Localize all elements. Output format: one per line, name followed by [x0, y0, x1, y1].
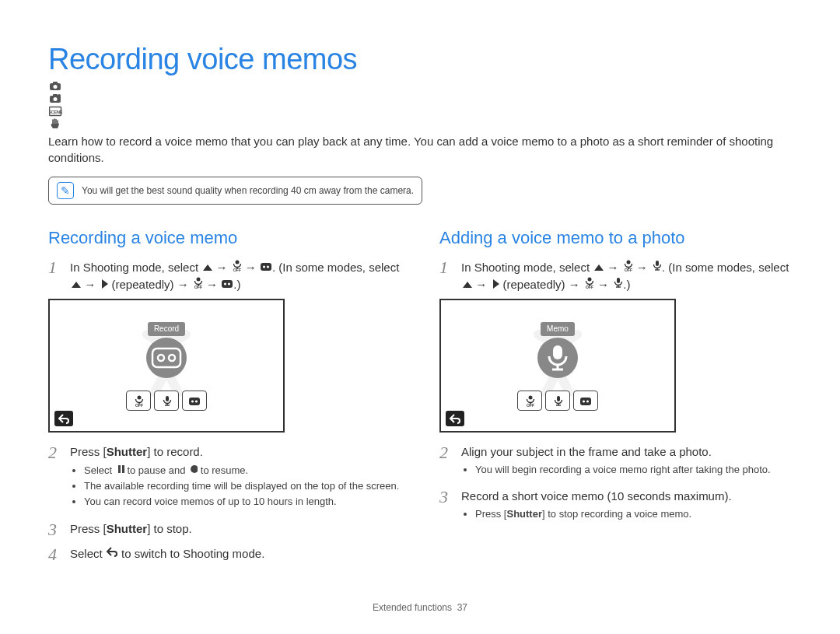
step-body: In Shooting mode, select → → . (In some …: [70, 258, 401, 292]
option-mic-off[interactable]: [517, 391, 542, 411]
option-mic-off[interactable]: [126, 391, 151, 411]
mic-icon: [612, 276, 623, 289]
step-body: Press [Shutter] to stop.: [70, 520, 401, 539]
right-icon: [490, 278, 499, 289]
step-4: 4 Select to switch to Shooting mode.: [48, 545, 401, 564]
step-2: 2 Press [Shutter] to record. Select to p…: [48, 443, 401, 514]
step-3: 3 Press [Shutter] to stop.: [48, 520, 401, 539]
step-bullets: Press [Shutter] to stop recording a voic…: [461, 507, 792, 521]
hand-icon: [49, 117, 61, 130]
step-number: 3: [48, 520, 62, 539]
step-body: In Shooting mode, select → → . (In some …: [461, 258, 792, 292]
page-title: Recording voice memos: [48, 39, 792, 130]
option-row: [126, 391, 207, 411]
step-1: 1 In Shooting mode, select → → . (In som…: [439, 258, 792, 292]
back-button[interactable]: [54, 411, 73, 426]
scene-icon: [49, 105, 63, 117]
step-number: 1: [439, 258, 453, 292]
section-recording: Recording a voice memo 1 In Shooting mod…: [48, 226, 401, 570]
up-icon: [201, 262, 212, 271]
mic-off-icon: [583, 275, 594, 289]
up-icon: [593, 262, 604, 271]
tape-icon: [221, 278, 233, 289]
camera-timer-icon: [49, 93, 61, 105]
step-bullets: You will begin recording a voice memo ri…: [461, 463, 792, 477]
step-number: 2: [48, 443, 62, 514]
footer-section: Extended functions: [373, 602, 452, 613]
record-icon: [188, 463, 198, 474]
page-intro: Learn how to record a voice memo that yo…: [48, 133, 792, 166]
step-body: Record a short voice memo (10 seconds ma…: [461, 488, 792, 526]
step-body: Select to switch to Shooting mode.: [70, 545, 401, 564]
back-icon: [106, 545, 118, 558]
option-tape[interactable]: [573, 391, 598, 411]
option-tape[interactable]: [182, 391, 207, 411]
up-icon: [461, 279, 472, 289]
mic-icon: [651, 259, 662, 271]
step-body: Align your subject in the frame and take…: [461, 443, 792, 482]
step-1: 1 In Shooting mode, select → → . (In som…: [48, 258, 401, 292]
step-body: Press [Shutter] to record. Select to pau…: [70, 443, 401, 514]
badge-label: Memo: [541, 322, 575, 336]
back-icon: [58, 412, 70, 425]
note-icon: ✎: [57, 182, 74, 199]
section-adding: Adding a voice memo to a photo 1 In Shoo…: [439, 226, 792, 570]
step-2: 2 Align your subject in the frame and ta…: [439, 443, 792, 482]
tape-icon: [260, 261, 272, 271]
mic-off-icon: [192, 275, 203, 289]
section-heading-right: Adding a voice memo to a photo: [439, 226, 792, 250]
center-badge: Memo: [537, 322, 578, 378]
center-badge: Record: [146, 322, 187, 378]
mic-off-icon: [622, 258, 633, 271]
mode-icons: [48, 80, 792, 130]
step-number: 1: [48, 258, 62, 292]
lcd-preview-record: Record: [48, 299, 285, 433]
right-icon: [99, 278, 108, 289]
step-number: 2: [439, 443, 453, 482]
badge-label: Record: [148, 322, 185, 336]
page-title-text: Recording voice memos: [48, 43, 357, 75]
camera-icon: [49, 80, 61, 93]
step-3: 3 Record a short voice memo (10 seconds …: [439, 488, 792, 526]
option-row: [517, 391, 598, 411]
tip-box: ✎ You will get the best sound quality wh…: [48, 177, 422, 205]
step-bullets: Select to pause and to resume. The avail…: [70, 463, 401, 510]
mic-badge-icon: [537, 338, 578, 378]
footer-page-number: 37: [457, 602, 467, 613]
tip-text: You will get the best sound quality when…: [82, 184, 414, 198]
option-mic[interactable]: [154, 391, 179, 411]
page-footer: Extended functions 37: [48, 601, 792, 615]
step-number: 4: [48, 545, 62, 564]
mic-off-icon: [231, 258, 242, 271]
pause-icon: [115, 463, 124, 474]
step-number: 3: [439, 488, 453, 526]
option-mic[interactable]: [545, 391, 570, 411]
back-button[interactable]: [446, 411, 464, 426]
back-icon: [449, 412, 461, 425]
lcd-preview-memo: Memo: [439, 299, 676, 433]
section-heading-left: Recording a voice memo: [48, 226, 401, 250]
tape-badge-icon: [146, 338, 187, 378]
up-icon: [70, 279, 81, 289]
